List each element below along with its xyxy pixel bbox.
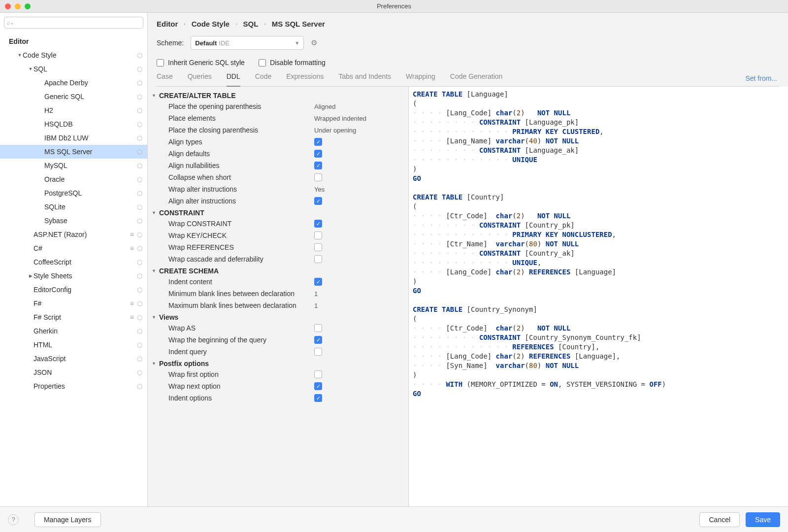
- setting-value[interactable]: Wrapped indented: [314, 115, 366, 122]
- settings-group-header[interactable]: ▼Postfix options: [152, 360, 402, 367]
- tree-item[interactable]: CoffeeScript⬡: [0, 255, 147, 269]
- tree-item[interactable]: HTML⬡: [0, 338, 147, 352]
- setting-row[interactable]: Align types✓: [152, 136, 402, 148]
- maximize-icon[interactable]: [25, 3, 31, 9]
- tree-item[interactable]: ▼SQL⬡: [0, 62, 147, 76]
- settings-group-header[interactable]: ▼CONSTRAINT: [152, 209, 402, 217]
- scheme-select[interactable]: Default IDE ▼: [191, 36, 304, 50]
- tree-item[interactable]: PostgreSQL⬡: [0, 186, 147, 200]
- setting-value[interactable]: Aligned: [314, 103, 335, 110]
- setting-value[interactable]: 1: [314, 302, 318, 309]
- settings-group-header[interactable]: ▼CREATE SCHEMA: [152, 267, 402, 275]
- tree-item[interactable]: ▶Style Sheets⬡: [0, 269, 147, 283]
- checkbox[interactable]: [314, 173, 322, 181]
- tree-item[interactable]: ▼Code Style⬡: [0, 48, 147, 62]
- setting-row[interactable]: Collapse when short: [152, 171, 402, 183]
- tree-item-editor[interactable]: Editor: [0, 34, 147, 48]
- setting-row[interactable]: Place elementsWrapped indented: [152, 112, 402, 124]
- checkbox[interactable]: ✓: [314, 382, 322, 390]
- setting-row[interactable]: Wrap cascade and deferrability: [152, 253, 402, 265]
- manage-layers-button[interactable]: Manage Layers: [34, 512, 101, 527]
- checkbox[interactable]: ✓: [314, 138, 322, 146]
- tab[interactable]: Case: [157, 72, 173, 83]
- tree-item[interactable]: HSQLDB⬡: [0, 117, 147, 131]
- checkbox[interactable]: [314, 348, 322, 356]
- tree-item[interactable]: EditorConfig⬡: [0, 283, 147, 297]
- checkbox[interactable]: ✓: [314, 162, 322, 169]
- tree-item[interactable]: Oracle⬡: [0, 172, 147, 186]
- checkbox[interactable]: [314, 255, 322, 263]
- tab[interactable]: Queries: [188, 72, 212, 83]
- tree-item[interactable]: Apache Derby⬡: [0, 76, 147, 90]
- setting-row[interactable]: Wrap alter instructionsYes: [152, 183, 402, 195]
- setting-row[interactable]: Wrap next option✓: [152, 380, 402, 392]
- tree-item[interactable]: MySQL⬡: [0, 159, 147, 172]
- tab[interactable]: Code: [255, 72, 271, 83]
- tree-item[interactable]: Sybase⬡: [0, 214, 147, 228]
- setting-row[interactable]: Indent options✓: [152, 392, 402, 404]
- setting-row[interactable]: Place the closing parenthesisUnder openi…: [152, 124, 402, 136]
- tab[interactable]: Wrapping: [406, 72, 435, 83]
- setting-row[interactable]: Wrap AS: [152, 322, 402, 334]
- chevron-right-icon: ›: [264, 21, 265, 27]
- checkbox[interactable]: [314, 370, 322, 378]
- tree-item[interactable]: SQLite⬡: [0, 200, 147, 214]
- tree-item[interactable]: Gherkin⬡: [0, 324, 147, 338]
- setting-row[interactable]: Wrap REFERENCES: [152, 241, 402, 253]
- checkbox[interactable]: ✓: [314, 394, 322, 402]
- tab[interactable]: DDL: [227, 72, 240, 87]
- tree-item[interactable]: ASP.NET (Razor)≡⬡: [0, 228, 147, 241]
- tree-item[interactable]: F#≡⬡: [0, 297, 147, 310]
- setting-row[interactable]: Align nullabilities✓: [152, 160, 402, 171]
- checkbox[interactable]: ✓: [314, 336, 322, 344]
- setting-value[interactable]: 1: [314, 290, 318, 298]
- checkbox[interactable]: ✓: [314, 278, 322, 286]
- help-icon[interactable]: ?: [8, 514, 19, 525]
- tree-item[interactable]: C#≡⬡: [0, 241, 147, 255]
- checkbox[interactable]: [314, 232, 322, 239]
- tab[interactable]: Expressions: [286, 72, 324, 83]
- close-icon[interactable]: [5, 3, 11, 9]
- gear-icon[interactable]: ⚙: [311, 38, 317, 47]
- tree-item[interactable]: H2⬡: [0, 103, 147, 117]
- modified-icon: ⬡: [137, 328, 142, 335]
- settings-group-header[interactable]: ▼CREATE/ALTER TABLE: [152, 92, 402, 100]
- checkbox[interactable]: ✓: [314, 150, 322, 158]
- setting-row[interactable]: Wrap first option: [152, 368, 402, 380]
- setting-row[interactable]: Align alter instructions✓: [152, 195, 402, 207]
- settings-tree: Editor ▼Code Style⬡▼SQL⬡Apache Derby⬡Gen…: [0, 33, 147, 506]
- setting-row[interactable]: Minimum blank lines between declaration1: [152, 288, 402, 299]
- checkbox[interactable]: ✓: [314, 220, 322, 228]
- minimize-icon[interactable]: [15, 3, 21, 9]
- tab[interactable]: Code Generation: [450, 72, 503, 83]
- tree-item[interactable]: F# Script≡⬡: [0, 310, 147, 324]
- setting-value[interactable]: Yes: [314, 186, 325, 193]
- cancel-button[interactable]: Cancel: [699, 512, 740, 527]
- tab[interactable]: Tabs and Indents: [338, 72, 391, 83]
- tree-item[interactable]: JSON⬡: [0, 366, 147, 379]
- tree-item[interactable]: IBM Db2 LUW⬡: [0, 131, 147, 145]
- setting-row[interactable]: Align defaults✓: [152, 148, 402, 160]
- setting-row[interactable]: Wrap CONSTRAINT✓: [152, 218, 402, 230]
- tree-item[interactable]: JavaScript⬡: [0, 352, 147, 366]
- setting-row[interactable]: Wrap the beginning of the query✓: [152, 334, 402, 346]
- breadcrumb: Editor›Code Style›SQL›MS SQL Server: [157, 20, 779, 28]
- setting-row[interactable]: Indent query: [152, 346, 402, 358]
- settings-group-header[interactable]: ▼Views: [152, 313, 402, 321]
- setting-row[interactable]: Maximum blank lines between declaration1: [152, 299, 402, 311]
- set-from-link[interactable]: Set from...: [745, 74, 777, 82]
- tree-item[interactable]: Generic SQL⬡: [0, 90, 147, 103]
- inherit-checkbox[interactable]: Inherit Generic SQL style: [157, 59, 245, 66]
- setting-row[interactable]: Place the opening parenthesisAligned: [152, 100, 402, 112]
- tree-item[interactable]: MS SQL Server⬡: [0, 145, 147, 159]
- checkbox[interactable]: ✓: [314, 197, 322, 205]
- setting-row[interactable]: Indent content✓: [152, 276, 402, 288]
- save-button[interactable]: Save: [746, 512, 780, 527]
- search-input[interactable]: [4, 17, 143, 29]
- tree-item[interactable]: Properties⬡: [0, 379, 147, 393]
- disable-formatting-checkbox[interactable]: Disable formatting: [259, 59, 326, 66]
- checkbox[interactable]: [314, 243, 322, 251]
- setting-row[interactable]: Wrap KEY/CHECK: [152, 230, 402, 241]
- setting-value[interactable]: Under opening: [314, 127, 356, 134]
- checkbox[interactable]: [314, 324, 322, 332]
